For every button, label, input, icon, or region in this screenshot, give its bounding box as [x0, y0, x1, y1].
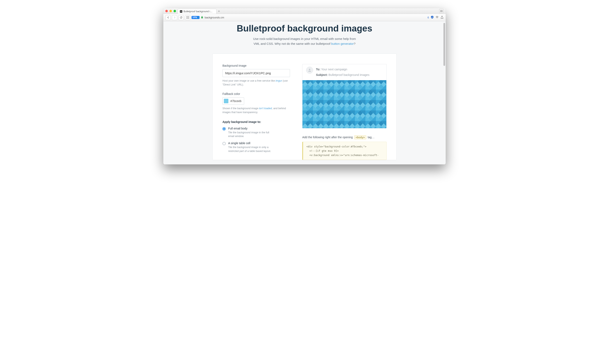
reload-button[interactable]	[178, 15, 184, 20]
lock-icon	[201, 16, 203, 19]
vpn-badge[interactable]: VPN	[191, 16, 200, 19]
titlebar: Bulletproof background imag +	[163, 8, 446, 14]
code-instruction: Add the following right after the openin…	[302, 135, 387, 139]
svg-rect-10	[302, 80, 386, 128]
avatar-icon	[306, 67, 313, 74]
traffic-lights	[165, 10, 176, 12]
minimize-window-button[interactable]	[169, 10, 172, 12]
apply-to-label: Apply background image to:	[222, 120, 290, 124]
option-full-body-desc: Tile the background image in the full em…	[228, 131, 275, 138]
email-preview-body	[302, 80, 387, 129]
back-button[interactable]	[165, 15, 171, 20]
fallback-help: Shown if the background image isn't load…	[222, 106, 290, 115]
option-full-body-label: Full email body	[228, 127, 275, 130]
option-full-body[interactable]: Full email body Tile the background imag…	[222, 127, 290, 138]
color-swatch	[224, 99, 228, 103]
preview-column: To: Your next campaign Subject: Bulletpr…	[302, 64, 387, 160]
forward-button[interactable]	[172, 15, 177, 20]
page-title: Bulletproof background images	[163, 21, 446, 34]
browser-window: Bulletproof background imag + VPN backgr…	[163, 8, 446, 164]
body-tag-chip: <body>	[354, 135, 366, 139]
form-column: Background Image Host your own image or …	[222, 64, 290, 160]
new-tab-button[interactable]: +	[217, 9, 221, 14]
page-subtitle: Use rock-solid background images in your…	[163, 36, 446, 46]
maximize-window-button[interactable]	[174, 10, 176, 12]
extension-badge-count[interactable]: 6	[428, 16, 429, 19]
tab-overview-button[interactable]	[439, 9, 444, 13]
browser-tab[interactable]: Bulletproof background imag	[178, 9, 217, 14]
fallback-label: Fallback color	[222, 92, 290, 95]
browser-toolbar: VPN backgrounds.cm 6	[163, 14, 446, 21]
option-table-cell-desc: Tile the background image in only a rest…	[228, 145, 275, 153]
scrollbar[interactable]	[444, 23, 445, 66]
shield-icon[interactable]	[431, 15, 434, 19]
svg-point-1	[309, 69, 311, 70]
bg-image-help: Host your own image or use a free servic…	[222, 79, 290, 87]
radio-full-body[interactable]	[222, 127, 226, 130]
radio-table-cell[interactable]	[222, 142, 226, 145]
address-bar[interactable]: backgrounds.cm	[205, 16, 224, 19]
tab-favicon	[180, 10, 182, 13]
bg-image-input[interactable]	[222, 69, 290, 77]
bg-image-label: Background Image	[222, 64, 290, 67]
share-icon[interactable]	[440, 15, 444, 19]
main-card: Background Image Host your own image or …	[212, 53, 397, 160]
close-window-button[interactable]	[165, 10, 168, 12]
code-output[interactable]: <div style="background-color:#7bceeb;"> …	[302, 142, 387, 160]
preview-to-line: To: Your next campaign	[316, 67, 369, 72]
option-table-cell-label: A single table cell	[228, 142, 275, 145]
fallback-color-input[interactable]: #7bceeb	[222, 97, 244, 105]
page-viewport: Bulletproof background images Use rock-s…	[163, 21, 446, 164]
button-generator-link[interactable]: button generator	[331, 42, 354, 45]
option-table-cell[interactable]: A single table cell Tile the background …	[222, 142, 290, 153]
heart-icon[interactable]	[435, 15, 439, 19]
apps-button[interactable]	[185, 15, 190, 20]
imgur-link[interactable]: imgur	[276, 79, 282, 82]
tab-title: Bulletproof background imag	[184, 10, 214, 13]
preview-subject-line: Subject: Bulletproof background images	[316, 72, 369, 78]
fallback-color-value: #7bceeb	[230, 99, 242, 103]
email-preview-header: To: Your next campaign Subject: Bulletpr…	[302, 64, 387, 80]
